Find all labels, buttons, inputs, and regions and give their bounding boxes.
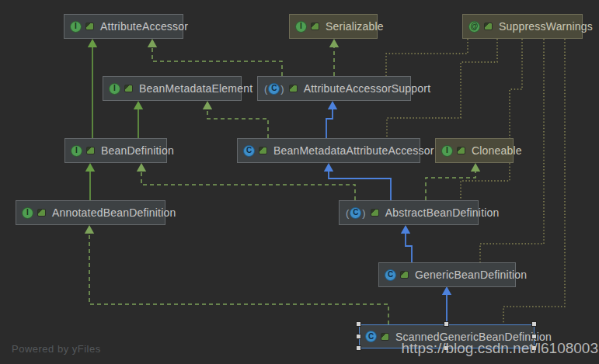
edge-suppress-warnings-annotates-abstract-bean-definition bbox=[461, 39, 522, 200]
class-node-suppress-warnings[interactable]: @SuppressWarnings bbox=[462, 14, 583, 39]
class-node-bean-definition[interactable]: IBeanDefinition bbox=[64, 138, 167, 163]
arrowhead-annotated-bean-definition-extends-bean-definition bbox=[85, 163, 95, 172]
yfiles-watermark: Powered by yFiles bbox=[12, 343, 101, 355]
arrowhead-attribute-accessor-support-implements-attribute-accessor bbox=[148, 39, 157, 47]
arrowhead-abstract-bean-definition-implements-cloneable bbox=[471, 163, 480, 172]
class-node-abstract-bean-definition[interactable]: (C)AbstractBeanDefinition bbox=[339, 200, 479, 225]
arrowhead-bean-metadata-attribute-accessor-implements-bean-metadata-element bbox=[203, 101, 212, 109]
arrowhead-bean-metadata-attribute-accessor-extends-attribute-accessor-support bbox=[328, 101, 337, 109]
class-icon: C bbox=[365, 331, 377, 342]
abstract-class-icon: (C) bbox=[263, 83, 285, 95]
class-icon: C bbox=[385, 269, 396, 281]
class-node-attribute-accessor[interactable]: IAttributeAccessor bbox=[64, 14, 183, 39]
class-node-cloneable[interactable]: ICloneable bbox=[435, 138, 514, 163]
paren-glyph: ( bbox=[346, 208, 349, 218]
edge-bean-metadata-attribute-accessor-implements-bean-metadata-element bbox=[207, 109, 268, 138]
class-node-label: GenericBeanDefinition bbox=[415, 269, 527, 281]
arrowhead-bean-definition-extends-attribute-accessor bbox=[88, 39, 97, 47]
class-node-label: AttributeAccessorSupport bbox=[304, 82, 431, 95]
edge-abstract-bean-definition-implements-cloneable bbox=[426, 171, 475, 200]
selection-handle[interactable] bbox=[357, 322, 360, 326]
class-node-label: Serializable bbox=[326, 20, 384, 33]
arrowhead-abstract-bean-definition-extends-bean-metadata-attribute-accessor bbox=[324, 163, 333, 172]
selection-handle[interactable] bbox=[532, 322, 536, 326]
edge-abstract-bean-definition-implements-bean-definition bbox=[141, 171, 355, 200]
interface-icon: I bbox=[295, 21, 307, 33]
package-marker-icon bbox=[85, 23, 94, 30]
package-marker-icon bbox=[400, 271, 409, 279]
paren-glyph: ) bbox=[362, 208, 365, 218]
annotation-icon: @ bbox=[468, 21, 480, 33]
class-node-bean-metadata-element[interactable]: IBeanMetadataElement bbox=[103, 76, 242, 101]
paren-glyph: ( bbox=[264, 84, 267, 94]
selection-handle[interactable] bbox=[357, 335, 360, 338]
package-marker-icon bbox=[311, 23, 319, 30]
interface-icon: I bbox=[71, 145, 82, 157]
class-node-label: BeanMetadataAttributeAccessor bbox=[273, 144, 434, 157]
selection-handle[interactable] bbox=[357, 346, 360, 350]
selection-handle[interactable] bbox=[444, 322, 448, 326]
class-node-bean-metadata-attribute-accessor[interactable]: CBeanMetadataAttributeAccessor bbox=[237, 138, 420, 163]
class-node-label: AttributeAccessor bbox=[100, 20, 188, 33]
class-node-annotated-bean-definition[interactable]: IAnnotatedBeanDefinition bbox=[16, 200, 165, 225]
paren-glyph: ) bbox=[280, 84, 284, 94]
arrowhead-scanned-generic-bean-definition-extends-generic-bean-definition bbox=[442, 286, 451, 295]
edge-suppress-warnings-annotates-attribute-accessor-support bbox=[386, 39, 468, 76]
class-node-label: Cloneable bbox=[472, 144, 522, 157]
package-marker-icon bbox=[259, 147, 267, 154]
package-marker-icon bbox=[484, 23, 493, 30]
class-node-label: AbstractBeanDefinition bbox=[385, 206, 500, 219]
arrowhead-generic-bean-definition-extends-abstract-bean-definition bbox=[401, 225, 410, 234]
interface-icon: I bbox=[109, 83, 120, 95]
class-node-label: BeanDefinition bbox=[101, 144, 174, 157]
class-node-generic-bean-definition[interactable]: CGenericBeanDefinition bbox=[378, 262, 516, 287]
abstract-class-icon: C bbox=[350, 207, 361, 219]
arrowhead-attribute-accessor-support-implements-serializable bbox=[329, 39, 339, 47]
package-marker-icon bbox=[457, 147, 465, 154]
class-node-label: SuppressWarnings bbox=[499, 20, 593, 33]
csdn-watermark: https://blog.csdn.net/l6108003 bbox=[401, 340, 598, 357]
abstract-class-icon: C bbox=[268, 83, 280, 95]
class-node-label: BeanMetadataElement bbox=[139, 82, 252, 95]
package-marker-icon bbox=[371, 209, 379, 217]
uml-diagram-canvas: { "canvas": {"width": 771, "height": 469… bbox=[0, 0, 599, 364]
package-marker-icon bbox=[289, 85, 298, 92]
package-marker-icon bbox=[124, 85, 133, 92]
edge-scanned-generic-bean-definition-implements-annotated-bean-definition bbox=[89, 233, 388, 324]
arrowhead-bean-definition-extends-bean-metadata-element bbox=[134, 101, 143, 109]
edge-layer bbox=[0, 0, 599, 364]
package-marker-icon bbox=[86, 147, 95, 154]
edge-attribute-accessor-support-implements-attribute-accessor bbox=[152, 47, 282, 76]
class-icon: C bbox=[243, 145, 255, 157]
interface-icon: I bbox=[22, 207, 33, 219]
edge-generic-bean-definition-extends-abstract-bean-definition bbox=[406, 233, 412, 262]
class-node-attribute-accessor-support[interactable]: (C)AttributeAccessorSupport bbox=[257, 76, 411, 101]
selection-handle[interactable] bbox=[532, 335, 536, 338]
interface-icon: I bbox=[441, 145, 453, 157]
class-node-label: AnnotatedBeanDefinition bbox=[52, 206, 176, 219]
class-node-serializable[interactable]: ISerializable bbox=[289, 14, 378, 39]
abstract-class-icon: (C) bbox=[345, 207, 367, 219]
package-marker-icon bbox=[37, 209, 46, 217]
arrowhead-scanned-generic-bean-definition-implements-annotated-bean-definition bbox=[85, 225, 94, 234]
edge-bean-metadata-attribute-accessor-extends-attribute-accessor-support bbox=[326, 109, 333, 138]
edge-abstract-bean-definition-extends-bean-metadata-attribute-accessor bbox=[329, 171, 391, 200]
package-marker-icon bbox=[381, 333, 389, 341]
interface-icon: I bbox=[70, 21, 82, 33]
arrowhead-abstract-bean-definition-implements-bean-definition bbox=[137, 163, 146, 172]
